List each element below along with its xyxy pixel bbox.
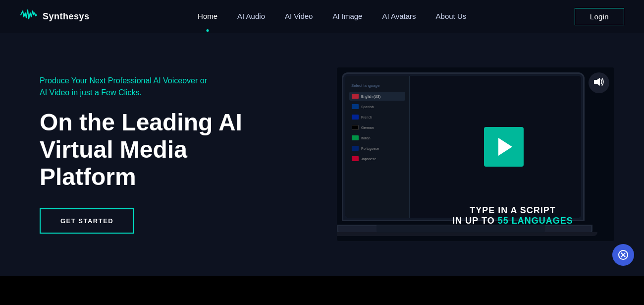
nav-item-ai-image[interactable]: AI Image — [332, 12, 362, 21]
nav-link-ai-avatars[interactable]: AI Avatars — [382, 12, 416, 20]
nav-item-about-us[interactable]: About Us — [436, 12, 467, 21]
sound-icon — [593, 77, 604, 88]
nav-item-ai-avatars[interactable]: AI Avatars — [382, 12, 416, 21]
help-button[interactable] — [612, 244, 634, 266]
bottom-bar — [0, 276, 644, 305]
navbar: Synthesys Home AI Audio AI Video AI Imag… — [0, 0, 644, 33]
hero-title-line1: On the Leading AI — [40, 109, 242, 135]
play-icon — [498, 138, 512, 156]
logo-text: Synthesys — [43, 11, 90, 22]
login-button[interactable]: Login — [575, 8, 624, 25]
overlay-line2-highlight: 55 LANGUAGES — [498, 216, 573, 226]
video-overlay-text: TYPE IN A SCRIPT IN UP TO 55 LANGUAGES — [411, 205, 614, 226]
logo-link[interactable]: Synthesys — [20, 8, 90, 25]
nav-link-ai-video[interactable]: AI Video — [285, 12, 313, 20]
nav-link-about-us[interactable]: About Us — [436, 12, 467, 20]
overlay-line1: TYPE IN A SCRIPT — [411, 205, 614, 216]
hero-video-area: Select language English (US) Spanish — [337, 67, 614, 241]
video-container: Select language English (US) Spanish — [337, 67, 614, 241]
nav-item-ai-video[interactable]: AI Video — [285, 12, 313, 21]
overlay-line2: IN UP TO 55 LANGUAGES — [411, 216, 614, 226]
sound-button[interactable] — [589, 72, 609, 93]
play-button[interactable] — [484, 127, 524, 167]
hero-title: On the Leading AI Virtual Media Platform — [40, 109, 277, 191]
logo-icon — [20, 8, 38, 25]
svg-marker-0 — [594, 78, 600, 86]
nav-link-home[interactable]: Home — [198, 12, 217, 20]
nav-item-ai-audio[interactable]: AI Audio — [237, 12, 265, 21]
nav-links: Home AI Audio AI Video AI Image AI Avata… — [198, 12, 466, 21]
nav-link-ai-image[interactable]: AI Image — [332, 12, 362, 20]
hero-section: Produce Your Next Professional AI Voiceo… — [0, 33, 644, 276]
nav-link-ai-audio[interactable]: AI Audio — [237, 12, 265, 20]
help-icon — [618, 250, 628, 260]
hero-content-left: Produce Your Next Professional AI Voiceo… — [40, 75, 277, 234]
hero-title-line2: Virtual Media Platform — [40, 136, 187, 190]
hero-subtitle: Produce Your Next Professional AI Voiceo… — [40, 75, 277, 99]
nav-item-home[interactable]: Home — [198, 12, 217, 21]
overlay-line2-prefix: IN UP TO — [452, 216, 497, 226]
get-started-button[interactable]: GET STARTED — [40, 208, 134, 234]
